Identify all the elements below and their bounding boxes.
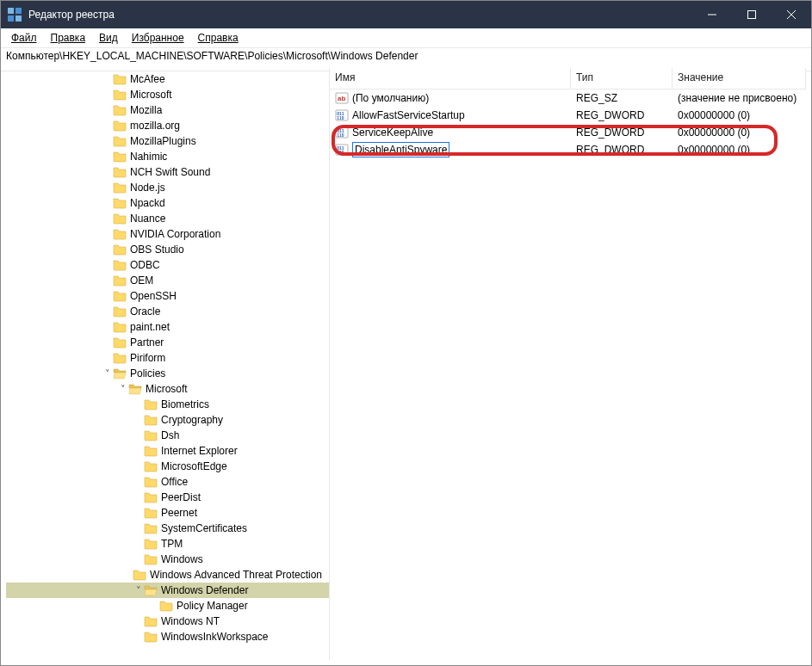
close-button[interactable] [772, 1, 811, 28]
values-pane[interactable]: Имя Тип Значение (По умолчанию)REG_SZ(зн… [330, 68, 806, 660]
tree-item[interactable]: paint.net [6, 319, 329, 335]
folder-icon [144, 506, 158, 520]
tree-item[interactable]: Node.js [6, 180, 329, 195]
value-name: (По умолчанию) [352, 92, 429, 104]
tree-item[interactable]: Dsh [6, 428, 329, 443]
folder-icon [144, 552, 158, 566]
tree-item-label: ODBC [130, 257, 167, 273]
tree-item[interactable]: Microsoft [6, 87, 329, 102]
tree-item[interactable]: ˅Windows Defender [6, 583, 329, 598]
minimize-button[interactable] [692, 1, 732, 28]
list-header: Имя Тип Значение [330, 68, 806, 89]
tree-item[interactable]: Internet Explorer [6, 443, 329, 459]
tree-item[interactable]: Nahimic [6, 149, 329, 164]
folder-icon [113, 258, 127, 272]
tree-item-label: Office [161, 474, 195, 490]
tree-item[interactable]: Office [6, 474, 329, 490]
menu-edit[interactable]: Правка [44, 30, 93, 46]
folder-icon [113, 212, 127, 225]
value-type: REG_SZ [571, 92, 673, 104]
tree-item[interactable]: McAfee [6, 71, 329, 87]
chevron-down-icon[interactable]: ˅ [118, 381, 128, 397]
tree-item[interactable]: MozillaPlugins [6, 133, 329, 149]
tree-item-label: Windows [161, 552, 210, 567]
tree-item[interactable]: Windows Advanced Threat Protection [6, 567, 329, 583]
folder-icon [144, 537, 158, 551]
tree-item[interactable]: OEM [6, 273, 329, 288]
folder-icon [113, 320, 127, 334]
tree-item[interactable]: SystemCertificates [6, 521, 329, 536]
svg-rect-9 [748, 11, 756, 19]
folder-icon [113, 72, 127, 86]
value-row[interactable]: AllowFastServiceStartupREG_DWORD0x000000… [330, 107, 806, 124]
tree-item[interactable]: NCH Swift Sound [6, 164, 329, 180]
folder-icon [113, 227, 127, 241]
value-name[interactable]: DisableAntiSpyware [352, 142, 449, 157]
tree-item[interactable]: OpenSSH [6, 288, 329, 304]
tree-pane[interactable]: McAfeeMicrosoftMozillamozilla.orgMozilla… [6, 68, 330, 660]
chevron-down-icon[interactable]: ˅ [133, 583, 144, 598]
tree-item[interactable]: ˅Policies [6, 366, 329, 381]
folder-icon [144, 429, 158, 442]
reg-binary-icon [335, 108, 349, 122]
tree-item[interactable]: Mozilla [6, 102, 329, 118]
value-data: 0x00000000 (0) [673, 126, 806, 139]
value-type: REG_DWORD [571, 126, 673, 139]
tree-item[interactable]: PeerDist [6, 490, 329, 505]
tree-item-label: Microsoft [130, 87, 179, 102]
titlebar: Редактор реестра [1, 1, 811, 28]
col-header-data[interactable]: Значение [673, 68, 806, 89]
tree-item-label: Piriform [130, 350, 172, 366]
menu-fav[interactable]: Избранное [125, 30, 191, 46]
value-row[interactable]: DisableAntiSpywareREG_DWORD0x00000000 (0… [330, 141, 806, 158]
col-header-name[interactable]: Имя [330, 68, 571, 89]
value-name: AllowFastServiceStartup [352, 109, 465, 121]
tree-item[interactable]: Windows NT [6, 614, 329, 629]
folder-icon [144, 475, 158, 489]
menu-file[interactable]: Файл [4, 30, 44, 46]
tree-item[interactable]: Policy Manager [6, 598, 329, 614]
folder-icon [113, 165, 127, 179]
tree-item-label: Npackd [130, 195, 172, 211]
tree-item[interactable]: Npackd [6, 195, 329, 211]
tree-item[interactable]: Peernet [6, 505, 329, 521]
tree-item[interactable]: OBS Studio [6, 242, 329, 257]
tree-item-label: Nuance [130, 211, 172, 226]
tree-item[interactable]: Oracle [6, 304, 329, 319]
value-data: 0x00000000 (0) [673, 109, 806, 121]
tree-item[interactable]: ODBC [6, 257, 329, 273]
tree-item[interactable]: Cryptography [6, 412, 329, 428]
folder-icon [113, 196, 127, 210]
value-name: ServiceKeepAlive [352, 126, 433, 139]
tree-item-label: NVIDIA Corporation [130, 226, 227, 242]
value-row[interactable]: (По умолчанию)REG_SZ(значение не присвое… [330, 89, 806, 107]
folder-icon [113, 367, 127, 380]
tree-item[interactable]: MicrosoftEdge [6, 459, 329, 474]
tree-item-label: Mozilla [130, 102, 169, 118]
tree-item[interactable]: Nuance [6, 211, 329, 226]
tree-item[interactable]: TPM [6, 536, 329, 552]
tree-item[interactable]: Partner [6, 335, 329, 350]
tree-item[interactable]: Biometrics [6, 397, 329, 412]
chevron-down-icon[interactable]: ˅ [102, 366, 113, 381]
tree-item-label: Policy Manager [177, 598, 255, 614]
tree-item[interactable]: NVIDIA Corporation [6, 226, 329, 242]
folder-icon [113, 181, 127, 194]
tree-item[interactable]: ˅Microsoft [6, 381, 329, 397]
value-row[interactable]: ServiceKeepAliveREG_DWORD0x00000000 (0) [330, 124, 806, 141]
tree-item[interactable]: WindowsInkWorkspace [6, 629, 329, 644]
col-header-type[interactable]: Тип [571, 68, 673, 89]
tree-item[interactable]: Windows [6, 552, 329, 567]
folder-icon [159, 599, 173, 613]
tree-item[interactable]: Piriform [6, 350, 329, 366]
value-data: 0x00000000 (0) [673, 144, 806, 156]
tree-item-label: WindowsInkWorkspace [161, 629, 276, 644]
menu-help[interactable]: Справка [191, 30, 245, 46]
menu-view[interactable]: Вид [92, 30, 125, 46]
reg-binary-icon [335, 126, 349, 139]
folder-icon [144, 583, 158, 597]
tree-item-label: Policies [130, 366, 172, 381]
folder-icon [144, 630, 158, 644]
tree-item[interactable]: mozilla.org [6, 118, 329, 133]
maximize-button[interactable] [732, 1, 772, 28]
